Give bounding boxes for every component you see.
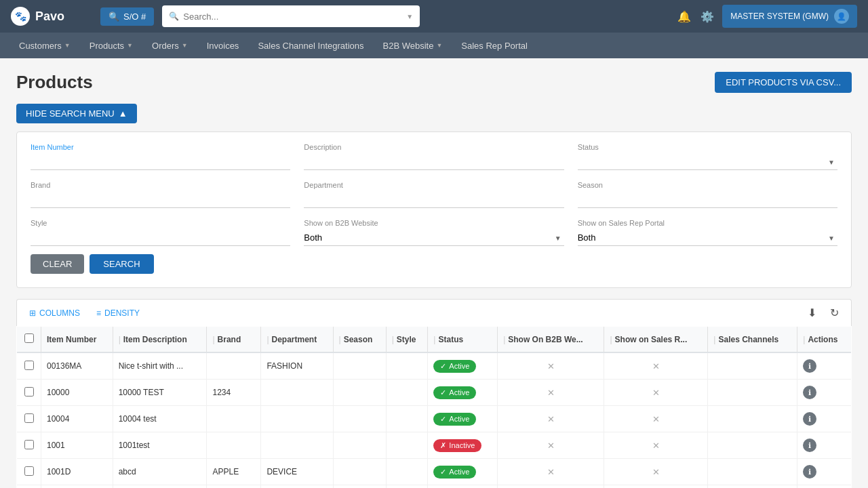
th-status[interactable]: | Status	[428, 327, 498, 353]
download-icon: ⬇	[808, 307, 816, 319]
row-show-b2b: ✕	[498, 432, 604, 459]
info-button[interactable]: ℹ	[803, 439, 816, 452]
search-panel: Item Number Description Status Active In…	[16, 131, 852, 288]
th-style[interactable]: | Style	[386, 327, 428, 353]
show-sales-select[interactable]: Both Yes No	[578, 230, 837, 246]
row-checkbox[interactable]	[24, 466, 34, 476]
info-button[interactable]: ℹ	[803, 386, 816, 399]
sales-rep-label: Sales Rep Portal	[461, 41, 528, 51]
show-sales-value-icon: ✕	[652, 441, 660, 451]
row-department	[261, 380, 333, 406]
row-checkbox-cell[interactable]	[17, 459, 41, 485]
item-number-input[interactable]	[31, 154, 290, 170]
th-sep-2: |	[212, 335, 214, 344]
description-input[interactable]	[304, 154, 564, 170]
sidebar-item-products[interactable]: Products ▼	[81, 35, 141, 56]
show-sales-field: Show on Sales Rep Portal Both Yes No ▼	[578, 219, 837, 246]
department-input[interactable]	[304, 192, 564, 208]
row-show-b2b: ✕	[498, 380, 604, 406]
row-department	[261, 406, 333, 432]
row-checkbox[interactable]	[24, 387, 34, 396]
th-show-b2b[interactable]: | Show On B2B We...	[498, 327, 604, 353]
season-input[interactable]	[578, 192, 837, 208]
search-button[interactable]: SEARCH	[90, 254, 153, 274]
sidebar-item-sales-rep[interactable]: Sales Rep Portal	[453, 35, 536, 56]
show-b2b-select[interactable]: Both Yes No	[304, 230, 564, 246]
row-description: 10004 test	[113, 406, 207, 432]
row-brand	[207, 432, 261, 459]
row-description: Nice t-shirt with ...	[113, 352, 207, 380]
row-checkbox-cell[interactable]	[17, 352, 41, 380]
sidebar-item-orders[interactable]: Orders ▼	[144, 35, 196, 56]
search-dropdown-arrow[interactable]: ▼	[406, 13, 413, 20]
row-checkbox-cell[interactable]	[17, 406, 41, 432]
th-department[interactable]: | Department	[261, 327, 333, 353]
row-checkbox-cell[interactable]	[17, 432, 41, 459]
sidebar-item-invoices[interactable]: Invoices	[199, 35, 248, 56]
invoices-label: Invoices	[207, 41, 239, 51]
th-show-sales-label: Show on Sales R...	[615, 335, 688, 344]
row-style	[386, 380, 428, 406]
th-season[interactable]: | Season	[333, 327, 386, 353]
page-title: Products	[16, 72, 93, 93]
density-button[interactable]: ≡ DENSITY	[92, 306, 144, 321]
th-brand[interactable]: | Brand	[207, 327, 261, 353]
row-item-number: 1002	[41, 485, 113, 489]
th-sep-1: |	[119, 335, 121, 344]
second-navbar: Customers ▼ Products ▼ Orders ▼ Invoices…	[0, 33, 868, 58]
row-checkbox[interactable]	[24, 440, 34, 449]
row-checkbox[interactable]	[24, 413, 34, 423]
hide-search-button[interactable]: HIDE SEARCH MENU ▲	[16, 104, 137, 123]
th-sep-8: |	[610, 335, 612, 344]
th-sales-channels[interactable]: | Sales Channels	[708, 327, 797, 353]
status-select[interactable]: Active Inactive	[578, 154, 837, 170]
so-button[interactable]: 🔍 S/O #	[100, 7, 154, 26]
table-row: 1001 1001test ✗ Inactive ✕ ✕ ℹ	[17, 432, 852, 459]
columns-button[interactable]: ⊞ COLUMNS	[25, 306, 84, 321]
show-b2b-value-icon: ✕	[547, 414, 555, 424]
row-checkbox[interactable]	[24, 361, 34, 370]
sidebar-item-customers[interactable]: Customers ▼	[11, 35, 79, 56]
row-style	[386, 432, 428, 459]
row-checkbox-cell[interactable]	[17, 380, 41, 406]
season-field: Season	[578, 181, 837, 208]
info-button[interactable]: ℹ	[803, 412, 816, 426]
row-sales-channels	[708, 485, 797, 489]
th-item-description[interactable]: | Item Description	[113, 327, 207, 353]
user-button[interactable]: MASTER SYSTEM (GMW) 👤	[722, 5, 857, 28]
download-button[interactable]: ⬇	[804, 305, 821, 321]
row-brand: 1234	[207, 380, 261, 406]
table-row: 00136MA Nice t-shirt with ... FASHION ✓ …	[17, 352, 852, 380]
hide-search-label: HIDE SEARCH MENU	[26, 108, 115, 119]
row-season	[333, 352, 386, 380]
info-button[interactable]: ℹ	[803, 465, 816, 479]
row-show-sales: ✕	[604, 459, 708, 485]
row-show-b2b: ✕	[498, 485, 604, 489]
refresh-button[interactable]: ↻	[826, 305, 843, 321]
select-all-checkbox[interactable]	[24, 333, 34, 343]
user-avatar: 👤	[834, 9, 849, 24]
show-b2b-value-icon: ✕	[547, 361, 555, 371]
chevron-up-icon: ▲	[119, 108, 127, 119]
notification-icon[interactable]: 🔔	[677, 10, 691, 23]
clear-button[interactable]: CLEAR	[31, 254, 84, 274]
b2b-label: B2B Website	[382, 41, 433, 51]
table-row: 1001D abcd APPLE DEVICE ✓ Active ✕ ✕ ℹ	[17, 459, 852, 485]
sidebar-item-b2b[interactable]: B2B Website ▼	[374, 35, 450, 56]
top-navbar: 🐾 Pavo 🔍 S/O # 🔍 ▼ 🔔 ⚙️ MASTER SYSTEM (G…	[0, 0, 868, 33]
th-show-sales[interactable]: | Show on Sales R...	[604, 327, 708, 353]
user-label: MASTER SYSTEM (GMW)	[730, 12, 829, 21]
style-input[interactable]	[31, 230, 290, 246]
global-search-bar[interactable]: 🔍 ▼	[162, 5, 420, 27]
th-style-label: Style	[397, 335, 416, 344]
global-search-input[interactable]	[183, 12, 402, 22]
edit-csv-button[interactable]: EDIT PRODUCTS VIA CSV...	[715, 72, 852, 93]
info-button[interactable]: ℹ	[803, 359, 816, 373]
sidebar-item-sales-channel[interactable]: Sales Channel Integrations	[250, 35, 372, 56]
row-checkbox-cell[interactable]	[17, 485, 41, 489]
row-season	[333, 380, 386, 406]
row-show-sales: ✕	[604, 380, 708, 406]
settings-icon[interactable]: ⚙️	[701, 10, 714, 23]
brand-input[interactable]	[31, 192, 290, 208]
th-item-number[interactable]: Item Number	[41, 327, 113, 353]
